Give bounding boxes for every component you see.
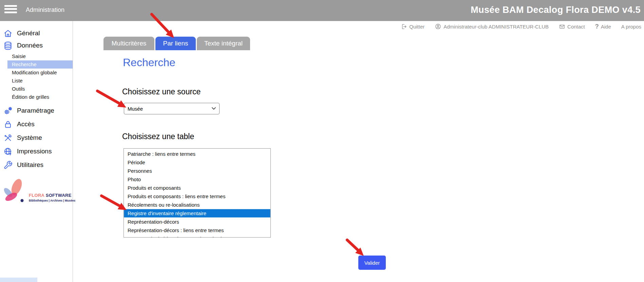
tab-multicriteres[interactable]: Multicritères [103, 37, 154, 50]
home-icon [3, 29, 13, 38]
logo-flora: FLORA [29, 193, 44, 198]
valider-button[interactable]: Valider [358, 256, 386, 270]
wrench-icon [3, 161, 13, 170]
table-heading: Choisissez une table [122, 132, 194, 141]
source-heading: Choisissez une source [122, 87, 201, 96]
about-label: A propos [621, 24, 641, 30]
product-title: Musée BAM Decalog Flora DEMO v4.5 [471, 5, 641, 15]
sidebar-subitem-outils[interactable]: Outils [0, 85, 73, 93]
sidebar-item-label: Utilitaires [17, 161, 43, 169]
app-section-title: Administration [26, 6, 64, 14]
topbar: Administration Musée BAM Decalog Flora D… [0, 0, 644, 21]
about-link[interactable]: A propos [621, 24, 641, 30]
user-label: Administrateur-club ADMINISTRATEUR-CLUB [443, 24, 549, 30]
sidebar: Général Données Saisie Recherche Modific… [0, 21, 73, 282]
question-mark-icon: ? [595, 23, 599, 30]
hamburger-icon [4, 8, 17, 10]
table-option[interactable]: Produits et composants [124, 184, 270, 192]
sidebar-item-utilitaires[interactable]: Utilitaires [0, 158, 73, 172]
flora-flower-icon [1, 178, 28, 207]
sidebar-item-systeme[interactable]: Système [0, 131, 73, 145]
page-title: Recherche [123, 56, 175, 69]
user-account[interactable]: Administrateur-club ADMINISTRATEUR-CLUB [435, 23, 549, 30]
table-option[interactable]: Récolements ou re-localisations [124, 201, 270, 209]
tab-texte-integral[interactable]: Texte intégral [197, 37, 250, 50]
sidebar-item-label: Paramétrage [17, 107, 54, 114]
flora-software-logo: FLORA SOFTWARE Bibliothèques | Archives … [0, 178, 73, 210]
sidebar-item-label: Accès [17, 120, 35, 128]
contact-link[interactable]: Contact [559, 23, 585, 30]
hamburger-icon [4, 5, 17, 7]
hamburger-icon [4, 12, 17, 13]
envelope-icon [559, 23, 565, 30]
quit-label: Quitter [409, 24, 424, 30]
source-select[interactable]: Musée [124, 103, 220, 114]
source-select-value: Musée [128, 106, 143, 112]
table-option[interactable]: Produits et composants : liens entre ter… [124, 192, 270, 201]
logout-icon [401, 23, 407, 30]
sidebar-item-general[interactable]: Général [0, 27, 73, 39]
sidebar-subitem-modification-globale[interactable]: Modification globale [0, 69, 73, 77]
arrow-to-valider-button [347, 240, 364, 256]
database-icon [3, 41, 13, 50]
sidebar-item-label: Données [17, 42, 43, 49]
logo-software: SOFTWARE [44, 193, 72, 198]
annotation-arrows [0, 0, 644, 282]
sidebar-item-donnees[interactable]: Données [0, 39, 73, 52]
table-listbox: Patriarche : liens entre termes Période … [124, 148, 271, 238]
contact-label: Contact [567, 24, 585, 30]
table-option-selected[interactable]: Registre d'inventaire réglementaire [124, 209, 270, 218]
table-option[interactable]: Photo [124, 175, 270, 184]
help-label: Aide [601, 24, 611, 30]
logo-brand-text: FLORA SOFTWARE [29, 193, 72, 198]
help-link[interactable]: ? Aide [595, 23, 611, 30]
sidebar-item-label: Système [17, 134, 42, 142]
table-option[interactable]: Personnes [124, 167, 270, 175]
table-option[interactable]: Représentation-décors : liens entre term… [124, 226, 270, 234]
tab-par-liens[interactable]: Par liens [155, 37, 196, 50]
sidebar-item-impressions[interactable]: Impressions [0, 145, 73, 158]
sidebar-item-label: Général [17, 30, 40, 37]
chevron-down-icon [212, 107, 216, 110]
sidebar-item-parametrage[interactable]: Paramétrage [0, 104, 73, 117]
table-option[interactable]: Période [124, 158, 270, 167]
sidebar-item-label: Impressions [17, 148, 52, 155]
sidebar-item-acces[interactable]: Accès [0, 117, 73, 131]
logo-tagline: Bibliothèques | Archives | Musées [29, 199, 75, 202]
quit-link[interactable]: Quitter [401, 23, 424, 30]
table-option[interactable]: Patriarche : liens entre termes [124, 150, 270, 158]
user-icon [435, 23, 441, 30]
arrow-to-selected-option [101, 196, 127, 210]
table-option[interactable]: Représentation-décors [124, 218, 270, 226]
gears-icon [3, 106, 13, 115]
userbar: Quitter Administrateur-club ADMINISTRATE… [401, 21, 641, 32]
sidebar-subitem-saisie[interactable]: Saisie [0, 52, 73, 60]
table-option[interactable]: Sauvegarde de l'état des executions des … [124, 234, 270, 238]
sidebar-subitem-liste[interactable]: Liste [0, 77, 73, 85]
donnees-submenu: Saisie Recherche Modification globale Li… [0, 52, 73, 101]
hamburger-menu-button[interactable] [4, 4, 17, 15]
administration-screen: Administration Musée BAM Decalog Flora D… [0, 0, 644, 282]
tools-icon [3, 133, 13, 143]
bottom-partial-highlight [0, 278, 37, 282]
globe-icon [3, 147, 13, 156]
search-tabs: Multicritères Par liens Texte intégral [103, 37, 250, 50]
sidebar-subitem-recherche[interactable]: Recherche [7, 60, 73, 69]
lock-icon [3, 120, 13, 129]
sidebar-subitem-edition-de-grilles[interactable]: Édition de grilles [0, 93, 73, 101]
